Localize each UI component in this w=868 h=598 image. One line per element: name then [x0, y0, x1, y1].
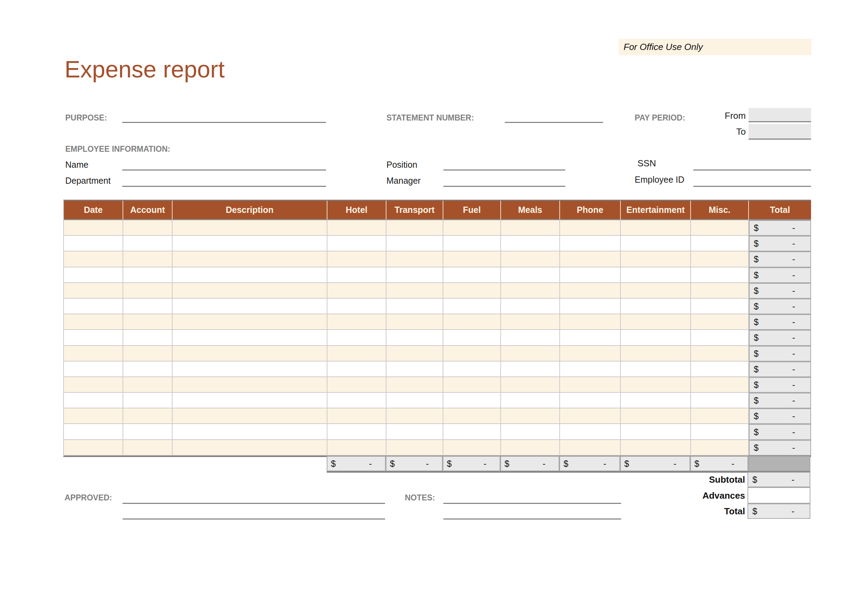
position-input-line[interactable] — [444, 169, 565, 170]
expense-input-cell-description[interactable] — [173, 440, 327, 456]
expense-input-cell-account[interactable] — [123, 440, 173, 456]
expense-input-cell-phone[interactable] — [560, 440, 621, 456]
expense-input-cell-misc[interactable] — [691, 362, 749, 377]
expense-input-cell-meals[interactable] — [501, 299, 560, 314]
expense-input-cell-transport[interactable] — [387, 424, 444, 440]
expense-input-cell-entertainment[interactable] — [621, 236, 691, 251]
expense-input-cell-misc[interactable] — [691, 251, 749, 267]
expense-input-cell-entertainment[interactable] — [621, 330, 691, 345]
expense-input-cell-transport[interactable] — [387, 283, 444, 299]
expense-input-cell-misc[interactable] — [691, 330, 749, 345]
expense-input-cell-date[interactable] — [64, 283, 123, 299]
expense-input-cell-hotel[interactable] — [327, 424, 387, 440]
expense-input-cell-fuel[interactable] — [444, 377, 501, 393]
expense-input-cell-meals[interactable] — [501, 268, 560, 283]
expense-input-cell-hotel[interactable] — [327, 408, 387, 424]
expense-input-cell-misc[interactable] — [691, 440, 749, 456]
purpose-input-line[interactable] — [122, 122, 326, 123]
expense-input-cell-description[interactable] — [173, 346, 327, 362]
expense-input-cell-meals[interactable] — [501, 393, 560, 408]
approved-signature-line-1[interactable] — [123, 503, 385, 504]
expense-input-cell-misc[interactable] — [691, 314, 749, 330]
expense-input-cell-date[interactable] — [64, 424, 123, 440]
expense-input-cell-hotel[interactable] — [327, 314, 387, 330]
expense-input-cell-fuel[interactable] — [444, 424, 501, 440]
expense-input-cell-fuel[interactable] — [444, 346, 501, 362]
expense-input-cell-description[interactable] — [173, 268, 327, 283]
expense-input-cell-account[interactable] — [123, 251, 173, 267]
expense-input-cell-entertainment[interactable] — [621, 220, 691, 236]
expense-input-cell-entertainment[interactable] — [621, 393, 691, 408]
expense-input-cell-hotel[interactable] — [327, 251, 387, 267]
expense-input-cell-phone[interactable] — [560, 268, 621, 283]
expense-input-cell-description[interactable] — [173, 236, 327, 251]
expense-input-cell-transport[interactable] — [387, 299, 444, 314]
expense-input-cell-fuel[interactable] — [444, 314, 501, 330]
expense-input-cell-date[interactable] — [64, 314, 123, 330]
expense-input-cell-misc[interactable] — [691, 236, 749, 251]
expense-input-cell-fuel[interactable] — [444, 299, 501, 314]
expense-input-cell-meals[interactable] — [501, 408, 560, 424]
expense-input-cell-account[interactable] — [123, 377, 173, 393]
employee-id-input-line[interactable] — [693, 186, 811, 187]
expense-input-cell-transport[interactable] — [387, 220, 444, 236]
expense-input-cell-misc[interactable] — [691, 220, 749, 236]
expense-input-cell-entertainment[interactable] — [621, 346, 691, 362]
expense-input-cell-entertainment[interactable] — [621, 314, 691, 330]
expense-input-cell-account[interactable] — [123, 408, 173, 424]
expense-input-cell-phone[interactable] — [560, 424, 621, 440]
expense-input-cell-hotel[interactable] — [327, 299, 387, 314]
expense-input-cell-entertainment[interactable] — [621, 299, 691, 314]
expense-input-cell-phone[interactable] — [560, 346, 621, 362]
expense-input-cell-date[interactable] — [64, 236, 123, 251]
expense-input-cell-entertainment[interactable] — [621, 283, 691, 299]
expense-input-cell-transport[interactable] — [387, 440, 444, 456]
pay-period-from-input[interactable] — [748, 108, 811, 122]
expense-input-cell-account[interactable] — [123, 393, 173, 408]
expense-input-cell-account[interactable] — [123, 299, 173, 314]
expense-input-cell-meals[interactable] — [501, 362, 560, 377]
expense-input-cell-hotel[interactable] — [327, 283, 387, 299]
expense-input-cell-meals[interactable] — [501, 236, 560, 251]
expense-input-cell-misc[interactable] — [691, 424, 749, 440]
expense-input-cell-fuel[interactable] — [444, 268, 501, 283]
expense-input-cell-description[interactable] — [173, 220, 327, 236]
pay-period-to-input[interactable] — [748, 124, 811, 140]
expense-input-cell-phone[interactable] — [560, 314, 621, 330]
expense-input-cell-entertainment[interactable] — [621, 268, 691, 283]
expense-input-cell-fuel[interactable] — [444, 283, 501, 299]
expense-input-cell-date[interactable] — [64, 393, 123, 408]
expense-input-cell-date[interactable] — [64, 268, 123, 283]
expense-input-cell-date[interactable] — [64, 220, 123, 236]
expense-input-cell-transport[interactable] — [387, 408, 444, 424]
approved-signature-line-2[interactable] — [123, 519, 385, 520]
expense-input-cell-account[interactable] — [123, 330, 173, 345]
expense-input-cell-meals[interactable] — [501, 283, 560, 299]
expense-input-cell-transport[interactable] — [387, 314, 444, 330]
expense-input-cell-account[interactable] — [123, 314, 173, 330]
expense-input-cell-account[interactable] — [123, 283, 173, 299]
expense-input-cell-meals[interactable] — [501, 330, 560, 345]
expense-input-cell-description[interactable] — [173, 424, 327, 440]
expense-input-cell-entertainment[interactable] — [621, 440, 691, 456]
expense-input-cell-date[interactable] — [64, 408, 123, 424]
notes-input-line-2[interactable] — [444, 519, 621, 520]
expense-input-cell-meals[interactable] — [501, 314, 560, 330]
expense-input-cell-entertainment[interactable] — [621, 377, 691, 393]
expense-input-cell-hotel[interactable] — [327, 330, 387, 345]
statement-number-input-line[interactable] — [505, 122, 603, 123]
expense-input-cell-fuel[interactable] — [444, 236, 501, 251]
expense-input-cell-misc[interactable] — [691, 299, 749, 314]
expense-input-cell-fuel[interactable] — [444, 440, 501, 456]
expense-input-cell-account[interactable] — [123, 236, 173, 251]
expense-input-cell-description[interactable] — [173, 377, 327, 393]
expense-input-cell-phone[interactable] — [560, 251, 621, 267]
expense-input-cell-transport[interactable] — [387, 251, 444, 267]
manager-input-line[interactable] — [444, 186, 565, 187]
expense-input-cell-transport[interactable] — [387, 377, 444, 393]
expense-input-cell-phone[interactable] — [560, 377, 621, 393]
expense-input-cell-hotel[interactable] — [327, 362, 387, 377]
expense-input-cell-transport[interactable] — [387, 330, 444, 345]
expense-input-cell-meals[interactable] — [501, 440, 560, 456]
expense-input-cell-phone[interactable] — [560, 408, 621, 424]
